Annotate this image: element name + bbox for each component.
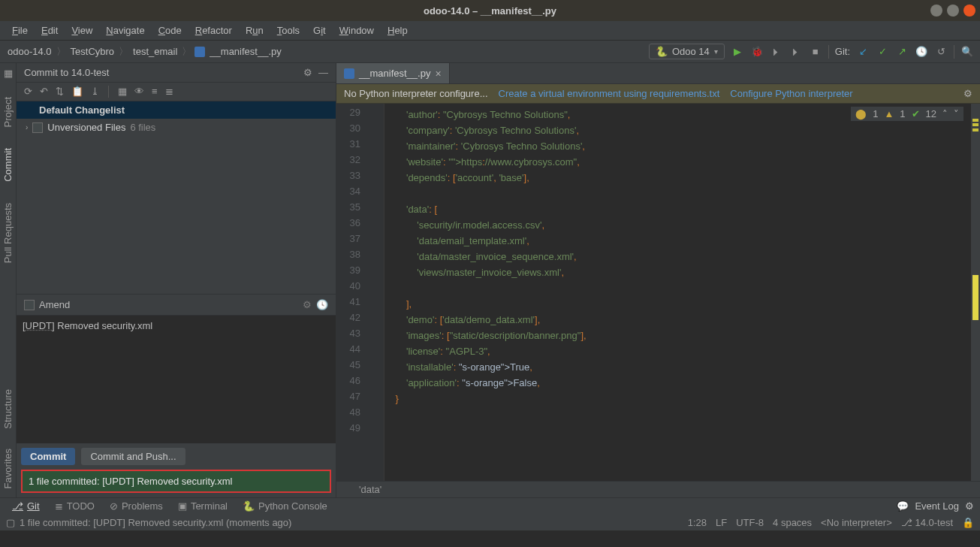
configure-interpreter-link[interactable]: Configure Python interpreter [730, 88, 852, 99]
gear-icon[interactable]: ⚙ [963, 88, 972, 99]
error-icon: ▲ [884, 108, 894, 119]
show-icon[interactable]: 👁 [134, 86, 144, 97]
changelist-label: Default Changelist [39, 104, 125, 116]
menu-window[interactable]: Window [333, 23, 380, 38]
chevron-down-icon: ▾ [714, 47, 718, 56]
inspection-widget[interactable]: ⬤1 ▲1 ✔12 ˄ ˅ [851, 107, 963, 121]
event-log-tab[interactable]: Event Log [915, 500, 959, 512]
git-branch-status[interactable]: ⎇ 14.0-test [901, 517, 953, 528]
minimize-icon[interactable] [930, 5, 942, 17]
run-config-selector[interactable]: 🐍 Odoo 14 ▾ [649, 44, 725, 59]
stripe-structure[interactable]: Structure [2, 386, 14, 432]
group-icon[interactable]: ▦ [118, 86, 127, 97]
history-icon[interactable]: 🕓 [316, 299, 328, 310]
stop-button[interactable]: ■ [809, 45, 822, 59]
refresh-icon[interactable]: ⟳ [24, 86, 32, 97]
indent[interactable]: 4 spaces [773, 517, 812, 528]
menu-file[interactable]: File [6, 23, 34, 38]
commit-message-input[interactable]: [UPDT] Removed security.xml [17, 316, 336, 443]
debug-button[interactable]: 🐞 [750, 45, 764, 59]
editor-tab[interactable]: __manifest__.py × [336, 63, 450, 83]
code-editor[interactable]: 'author': "Cybrosys Techno Solutions", '… [384, 104, 980, 481]
problems-icon: ⊘ [110, 500, 118, 512]
shelve-icon[interactable]: ⤓ [91, 86, 99, 97]
commit-success-notice: 1 file committed: [UPDT] Removed securit… [21, 470, 331, 493]
unversioned-row[interactable]: › Unversioned Files 6 files [17, 119, 336, 136]
menu-git[interactable]: Git [307, 23, 332, 38]
gear-icon[interactable]: ⚙ [965, 500, 974, 512]
menu-view[interactable]: View [65, 23, 98, 38]
commit-button[interactable]: Commit [21, 448, 75, 465]
status-hide-icon[interactable]: ▢ [6, 517, 15, 528]
editor-tabs: __manifest__.py × [336, 63, 980, 84]
menu-run[interactable]: Run [240, 23, 270, 38]
error-stripe[interactable] [971, 104, 980, 481]
gear-icon[interactable]: ⚙ [303, 67, 312, 78]
git-update-button[interactable]: ↙ [856, 45, 870, 59]
breadcrumb-item[interactable]: odoo-14.0 [6, 46, 53, 57]
commit-and-push-button[interactable]: Commit and Push... [81, 448, 185, 465]
run-coverage-button[interactable]: ⏵ [770, 45, 783, 59]
tooltab-todo[interactable]: ≣TODO [49, 499, 101, 513]
fold-gutter[interactable] [368, 104, 384, 481]
chevron-up-icon[interactable]: ˄ [942, 108, 948, 119]
left-tool-stripe: ▦ Project Commit Pull Requests Structure… [0, 63, 17, 497]
menu-help[interactable]: Help [381, 23, 414, 38]
event-log-icon: 💬 [897, 500, 909, 512]
changelist-icon[interactable]: 📋 [71, 86, 83, 97]
collapse-icon[interactable]: ≣ [165, 86, 173, 97]
run-button[interactable]: ▶ [731, 45, 744, 59]
stripe-pull-requests[interactable]: Pull Requests [2, 200, 14, 266]
minimize-panel-icon[interactable]: — [318, 67, 328, 78]
git-history-button[interactable]: 🕓 [915, 45, 928, 59]
breadcrumb-item[interactable]: test_email [131, 46, 179, 57]
interpreter-banner: No Python interpreter configure... Creat… [336, 84, 980, 104]
stripe-commit[interactable]: Commit [2, 145, 14, 185]
menu-edit[interactable]: Edit [35, 23, 64, 38]
rollback-icon[interactable]: ↶ [40, 86, 48, 97]
default-changelist-row[interactable]: Default Changelist [17, 101, 336, 119]
gear-icon[interactable]: ⚙ [303, 299, 312, 310]
menu-navigate[interactable]: Navigate [100, 23, 150, 38]
line-ending[interactable]: LF [716, 517, 727, 528]
search-everywhere-button[interactable]: 🔍 [960, 45, 974, 59]
create-venv-link[interactable]: Create a virtual environment using requi… [499, 88, 720, 99]
encoding[interactable]: UTF-8 [736, 517, 764, 528]
navigation-bar: odoo-14.0〉 TestCybro〉 test_email〉 __mani… [0, 41, 980, 63]
tooltab-terminal[interactable]: ▣Terminal [172, 499, 234, 513]
project-tool-icon[interactable]: ▦ [4, 68, 13, 79]
tooltab-problems[interactable]: ⊘Problems [104, 499, 169, 513]
editor-breadcrumb[interactable]: 'data' [336, 481, 980, 497]
menu-code[interactable]: Code [152, 23, 188, 38]
run-config-name: Odoo 14 [672, 46, 710, 57]
commit-actions: Commit Commit and Push... [17, 443, 336, 470]
caret-position[interactable]: 1:28 [688, 517, 707, 528]
menu-refactor[interactable]: Refactor [189, 23, 238, 38]
amend-checkbox[interactable] [24, 300, 35, 310]
line-gutter[interactable]: 2930313233343536373839404142434445464748… [336, 104, 368, 481]
breadcrumb-item[interactable]: TestCybro [69, 46, 116, 57]
menu-tools[interactable]: Tools [271, 23, 306, 38]
close-tab-icon[interactable]: × [435, 68, 441, 80]
title-bar: odoo-14.0 – __manifest__.py [0, 0, 980, 21]
git-rollback-button[interactable]: ↺ [934, 45, 948, 59]
tooltab-python-console[interactable]: 🐍Python Console [237, 499, 333, 513]
changes-tree[interactable]: Default Changelist › Unversioned Files 6… [17, 101, 336, 136]
breadcrumb-file[interactable]: __manifest__.py [208, 46, 282, 57]
stripe-favorites[interactable]: Favorites [2, 446, 14, 491]
tooltab-git[interactable]: ⎇Git [6, 499, 46, 513]
lock-icon[interactable]: 🔒 [962, 517, 974, 528]
stripe-project[interactable]: Project [2, 94, 14, 130]
git-push-button[interactable]: ↗ [895, 45, 909, 59]
diff-icon[interactable]: ⇅ [56, 86, 64, 97]
maximize-icon[interactable] [947, 5, 959, 17]
profile-button[interactable]: ⏵ [789, 45, 803, 59]
breadcrumb-node[interactable]: 'data' [359, 484, 381, 495]
unversioned-checkbox[interactable] [32, 122, 43, 133]
chevron-right-icon[interactable]: › [26, 123, 28, 131]
git-commit-button[interactable]: ✓ [876, 45, 889, 59]
expand-icon[interactable]: ≡ [152, 86, 158, 97]
chevron-down-icon[interactable]: ˅ [954, 108, 959, 119]
interpreter-status[interactable]: <No interpreter> [821, 517, 892, 528]
close-icon[interactable] [963, 5, 975, 17]
